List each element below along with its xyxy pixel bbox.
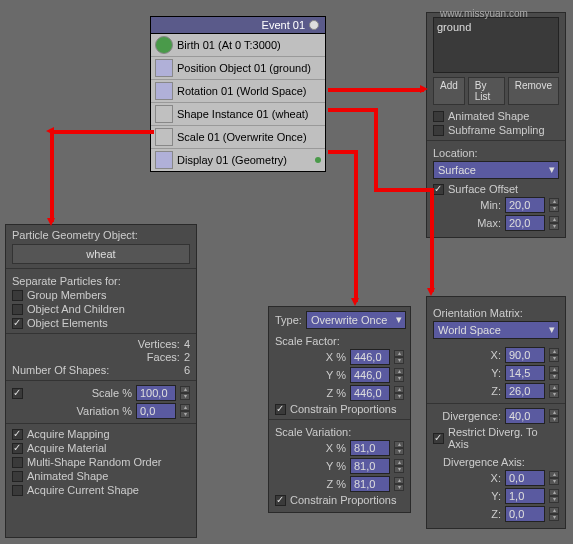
spin-up-icon[interactable]: ▴ bbox=[549, 489, 559, 496]
sv-x-spinner[interactable]: 81,0 bbox=[350, 440, 390, 456]
spin-up-icon[interactable]: ▴ bbox=[549, 409, 559, 416]
spin-up-icon[interactable]: ▴ bbox=[394, 459, 404, 466]
scale-spinner[interactable]: 100,0 bbox=[136, 385, 176, 401]
y-label: Y: bbox=[491, 490, 501, 502]
spin-down-icon[interactable]: ▾ bbox=[549, 205, 559, 212]
spin-up-icon[interactable]: ▴ bbox=[180, 386, 190, 393]
object-children-checkbox[interactable] bbox=[12, 304, 23, 315]
event-header[interactable]: Event 01 bbox=[151, 17, 325, 34]
checkbox-label: Animated Shape bbox=[448, 110, 529, 122]
checkbox-label: Subframe Sampling bbox=[448, 124, 545, 136]
spin-up-icon[interactable]: ▴ bbox=[394, 441, 404, 448]
sv-z-spinner[interactable]: 81,0 bbox=[350, 476, 390, 492]
event-row-scale[interactable]: Scale 01 (Overwrite Once) bbox=[151, 126, 325, 149]
spin-down-icon[interactable]: ▾ bbox=[549, 355, 559, 362]
sv-y-spinner[interactable]: 81,0 bbox=[350, 458, 390, 474]
acquire-material-checkbox[interactable] bbox=[12, 443, 23, 454]
spin-up-icon[interactable]: ▴ bbox=[549, 507, 559, 514]
restrict-checkbox[interactable] bbox=[433, 433, 444, 444]
group-members-checkbox[interactable] bbox=[12, 290, 23, 301]
spin-down-icon[interactable]: ▾ bbox=[549, 373, 559, 380]
spin-down-icon[interactable]: ▾ bbox=[180, 411, 190, 418]
acquire-current-checkbox[interactable] bbox=[12, 485, 23, 496]
variation-spinner[interactable]: 0,0 bbox=[136, 403, 176, 419]
spin-down-icon[interactable]: ▾ bbox=[549, 391, 559, 398]
spin-down-icon[interactable]: ▾ bbox=[180, 393, 190, 400]
da-z-spinner[interactable]: 0,0 bbox=[505, 506, 545, 522]
event-label: Position Object 01 (ground) bbox=[177, 62, 311, 74]
position-icon bbox=[155, 59, 173, 77]
variation-label: Variation % bbox=[77, 405, 132, 417]
y-label: Y % bbox=[326, 460, 346, 472]
orientation-dropdown[interactable]: World Space bbox=[433, 321, 559, 339]
constrain-checkbox-2[interactable] bbox=[275, 495, 286, 506]
spin-down-icon[interactable]: ▾ bbox=[394, 466, 404, 473]
animated-shape-checkbox[interactable] bbox=[12, 471, 23, 482]
surface-offset-checkbox[interactable] bbox=[433, 184, 444, 195]
spin-down-icon[interactable]: ▾ bbox=[394, 448, 404, 455]
spin-down-icon[interactable]: ▾ bbox=[549, 416, 559, 423]
orientation-label: Orientation Matrix: bbox=[433, 307, 559, 319]
checkbox-label: Animated Shape bbox=[27, 470, 108, 482]
checkbox-label: Group Members bbox=[27, 289, 106, 301]
spin-down-icon[interactable]: ▾ bbox=[549, 223, 559, 230]
da-x-spinner[interactable]: 0,0 bbox=[505, 470, 545, 486]
divergence-spinner[interactable]: 40,0 bbox=[505, 408, 545, 424]
spin-up-icon[interactable]: ▴ bbox=[180, 404, 190, 411]
spin-up-icon[interactable]: ▴ bbox=[549, 384, 559, 391]
min-spinner[interactable]: 20,0 bbox=[505, 197, 545, 213]
checkbox-label: Acquire Material bbox=[27, 442, 106, 454]
bulb-icon[interactable] bbox=[309, 20, 319, 30]
spin-down-icon[interactable]: ▾ bbox=[549, 478, 559, 485]
add-button[interactable]: Add bbox=[433, 77, 465, 105]
spin-up-icon[interactable]: ▴ bbox=[394, 350, 404, 357]
spin-up-icon[interactable]: ▴ bbox=[549, 471, 559, 478]
sf-y-spinner[interactable]: 446,0 bbox=[350, 367, 390, 383]
spin-up-icon[interactable]: ▴ bbox=[549, 216, 559, 223]
sf-z-spinner[interactable]: 446,0 bbox=[350, 385, 390, 401]
event-row-position[interactable]: Position Object 01 (ground) bbox=[151, 57, 325, 80]
spin-up-icon[interactable]: ▴ bbox=[549, 198, 559, 205]
spin-down-icon[interactable]: ▾ bbox=[394, 375, 404, 382]
spin-up-icon[interactable]: ▴ bbox=[394, 386, 404, 393]
animated-shape-checkbox[interactable] bbox=[433, 111, 444, 122]
multishape-checkbox[interactable] bbox=[12, 457, 23, 468]
type-dropdown[interactable]: Overwrite Once bbox=[306, 311, 406, 329]
spin-down-icon[interactable]: ▾ bbox=[394, 357, 404, 364]
orient-z-spinner[interactable]: 26,0 bbox=[505, 383, 545, 399]
orient-y-spinner[interactable]: 14,5 bbox=[505, 365, 545, 381]
checkbox-label: Surface Offset bbox=[448, 183, 518, 195]
location-dropdown[interactable]: Surface bbox=[433, 161, 559, 179]
object-elements-checkbox[interactable] bbox=[12, 318, 23, 329]
sf-x-spinner[interactable]: 446,0 bbox=[350, 349, 390, 365]
constrain-checkbox[interactable] bbox=[275, 404, 286, 415]
event-row-shape[interactable]: Shape Instance 01 (wheat) bbox=[151, 103, 325, 126]
orient-x-spinner[interactable]: 90,0 bbox=[505, 347, 545, 363]
event-row-rotation[interactable]: Rotation 01 (World Space) bbox=[151, 80, 325, 103]
z-label: Z % bbox=[326, 387, 346, 399]
location-label: Location: bbox=[433, 147, 559, 159]
max-spinner[interactable]: 20,0 bbox=[505, 215, 545, 231]
spin-up-icon[interactable]: ▴ bbox=[394, 368, 404, 375]
geometry-panel: Particle Geometry Object: wheat Separate… bbox=[5, 224, 197, 538]
remove-button[interactable]: Remove bbox=[508, 77, 559, 105]
spin-up-icon[interactable]: ▴ bbox=[549, 366, 559, 373]
event-row-display[interactable]: Display 01 (Geometry) bbox=[151, 149, 325, 171]
emitter-listbox[interactable]: ground bbox=[433, 17, 559, 73]
acquire-mapping-checkbox[interactable] bbox=[12, 429, 23, 440]
spin-up-icon[interactable]: ▴ bbox=[549, 348, 559, 355]
spin-down-icon[interactable]: ▾ bbox=[549, 496, 559, 503]
bylist-button[interactable]: By List bbox=[468, 77, 505, 105]
checkbox-label: Acquire Current Shape bbox=[27, 484, 139, 496]
y-label: Y % bbox=[326, 369, 346, 381]
spin-down-icon[interactable]: ▾ bbox=[394, 393, 404, 400]
spin-down-icon[interactable]: ▾ bbox=[549, 514, 559, 521]
scale-checkbox[interactable] bbox=[12, 388, 23, 399]
da-y-spinner[interactable]: 1,0 bbox=[505, 488, 545, 504]
spin-up-icon[interactable]: ▴ bbox=[394, 477, 404, 484]
event-row-birth[interactable]: Birth 01 (At 0 T:3000) bbox=[151, 34, 325, 57]
object-pick-button[interactable]: wheat bbox=[12, 244, 190, 264]
spin-down-icon[interactable]: ▾ bbox=[394, 484, 404, 491]
subframe-checkbox[interactable] bbox=[433, 125, 444, 136]
watermark: www.missyuan.com bbox=[440, 8, 528, 19]
